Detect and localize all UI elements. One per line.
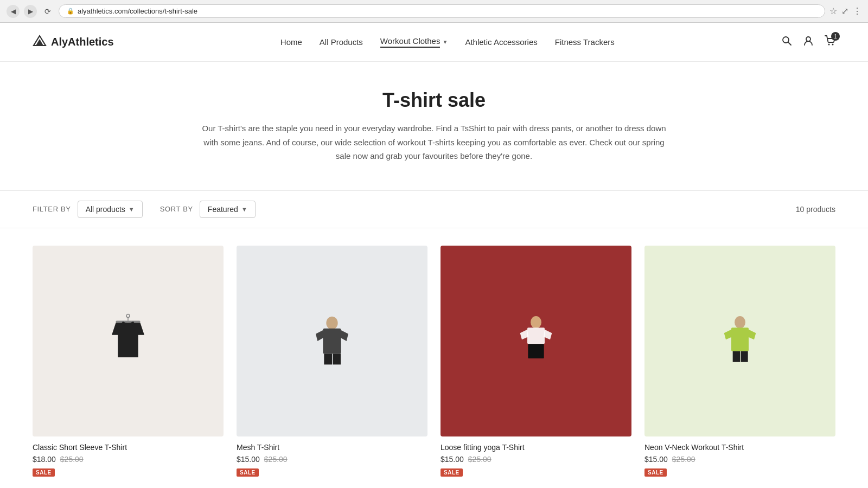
- url-text: alyathletics.com/collections/t-shirt-sal…: [78, 7, 197, 15]
- sort-dropdown[interactable]: Featured ▼: [200, 201, 256, 218]
- nav-athletic-accessories[interactable]: Athletic Accessories: [465, 37, 537, 47]
- forward-button[interactable]: ▶: [24, 5, 37, 18]
- product-prices: $15.00 $25.00: [237, 455, 427, 464]
- product-image-placeholder: [441, 246, 631, 436]
- product-image: [33, 246, 224, 436]
- product-image-placeholder: [644, 246, 835, 436]
- main-nav: Home All Products Workout Clothes ▼ Athl…: [280, 36, 615, 48]
- product-card[interactable]: Loose fitting yoga T-Shirt $15.00 $25.00…: [441, 246, 631, 477]
- product-name: Loose fitting yoga T-Shirt: [441, 443, 631, 452]
- product-image: [441, 246, 631, 436]
- site-header: AlyAthletics Home All Products Workout C…: [0, 23, 868, 62]
- svg-point-5: [828, 44, 830, 46]
- svg-rect-7: [116, 320, 141, 323]
- price-sale: $15.00: [237, 455, 260, 464]
- price-sale: $15.00: [441, 455, 464, 464]
- sort-by-label: SORT BY: [160, 205, 193, 213]
- lock-icon: 🔒: [67, 8, 74, 15]
- product-grid: Classic Short Sleeve T-Shirt $18.00 $25.…: [0, 228, 868, 489]
- price-sale: $15.00: [644, 455, 668, 464]
- svg-rect-18: [731, 328, 749, 351]
- user-icon[interactable]: [803, 35, 814, 49]
- filter-value: All products: [86, 205, 125, 214]
- cart-badge: 1: [831, 32, 840, 41]
- svg-rect-16: [528, 344, 544, 358]
- filter-left: FILTER BY All products ▼ SORT BY Feature…: [33, 201, 256, 218]
- star-icon[interactable]: ☆: [829, 6, 837, 16]
- nav-workout-clothes[interactable]: Workout Clothes ▼: [380, 36, 448, 48]
- sale-badge: SALE: [644, 468, 667, 477]
- reload-button[interactable]: ⟳: [41, 5, 54, 18]
- logo[interactable]: AlyAthletics: [33, 35, 114, 50]
- price-original: $25.00: [468, 455, 492, 464]
- filter-by-label: FILTER BY: [33, 205, 71, 213]
- product-image: [644, 246, 835, 436]
- filter-dropdown[interactable]: All products ▼: [78, 201, 143, 218]
- nav-home[interactable]: Home: [280, 37, 302, 47]
- browser-actions: ☆ ⤢ ⋮: [829, 6, 861, 16]
- filter-dropdown-arrow: ▼: [129, 206, 135, 213]
- product-image-placeholder: [33, 246, 224, 436]
- product-image-placeholder: [237, 246, 427, 436]
- cart-icon[interactable]: 1: [825, 35, 835, 49]
- product-card[interactable]: Mesh T-Shirt $15.00 $25.00 SALE: [237, 246, 427, 477]
- product-name: Mesh T-Shirt: [237, 443, 427, 452]
- svg-rect-11: [323, 328, 341, 354]
- menu-icon[interactable]: ⋮: [853, 6, 861, 16]
- product-name: Classic Short Sleeve T-Shirt: [33, 443, 224, 452]
- product-prices: $18.00 $25.00: [33, 455, 224, 464]
- svg-point-2: [783, 37, 789, 43]
- nav-fitness-trackers[interactable]: Fitness Trackers: [555, 37, 615, 47]
- search-icon[interactable]: [781, 35, 792, 49]
- page-hero: T-shirt sale Our T-shirt's are the stapl…: [190, 62, 678, 179]
- filter-bar: FILTER BY All products ▼ SORT BY Feature…: [0, 190, 868, 228]
- product-prices: $15.00 $25.00: [441, 455, 631, 464]
- nav-workout-clothes-link[interactable]: Workout Clothes: [380, 36, 441, 48]
- price-original: $25.00: [672, 455, 695, 464]
- logo-text: AlyAthletics: [51, 36, 114, 48]
- product-card[interactable]: Neon V-Neck Workout T-Shirt $15.00 $25.0…: [644, 246, 835, 477]
- browser-chrome: ◀ ▶ ⟳ 🔒 alyathletics.com/collections/t-s…: [0, 0, 868, 23]
- logo-icon: [33, 35, 47, 50]
- svg-rect-13: [333, 354, 341, 364]
- back-button[interactable]: ◀: [7, 5, 20, 18]
- address-bar[interactable]: 🔒 alyathletics.com/collections/t-shirt-s…: [59, 4, 825, 18]
- svg-rect-19: [733, 351, 740, 362]
- nav-all-products[interactable]: All Products: [320, 37, 363, 47]
- page-description: Our T-shirt's are the staple you need in…: [201, 121, 667, 163]
- price-original: $25.00: [264, 455, 288, 464]
- price-sale: $18.00: [33, 455, 56, 464]
- svg-rect-12: [324, 354, 332, 364]
- svg-point-17: [735, 316, 745, 329]
- page-title: T-shirt sale: [201, 89, 667, 112]
- sale-badge: SALE: [33, 468, 55, 477]
- svg-point-14: [531, 316, 541, 329]
- header-icons: 1: [781, 35, 835, 49]
- svg-rect-20: [741, 351, 748, 362]
- sort-value: Featured: [208, 205, 238, 214]
- workout-dropdown-arrow: ▼: [442, 39, 448, 45]
- product-name: Neon V-Neck Workout T-Shirt: [644, 443, 835, 452]
- price-original: $25.00: [60, 455, 84, 464]
- product-count: 10 products: [796, 205, 835, 214]
- svg-rect-15: [527, 328, 545, 344]
- product-prices: $15.00 $25.00: [644, 455, 835, 464]
- product-image: [237, 246, 427, 436]
- svg-point-6: [832, 44, 834, 46]
- sort-dropdown-arrow: ▼: [241, 206, 247, 213]
- sale-badge: SALE: [237, 468, 259, 477]
- svg-point-10: [326, 316, 337, 329]
- svg-line-3: [788, 42, 791, 45]
- extend-icon[interactable]: ⤢: [841, 6, 848, 16]
- product-card[interactable]: Classic Short Sleeve T-Shirt $18.00 $25.…: [33, 246, 224, 477]
- sale-badge: SALE: [441, 468, 463, 477]
- svg-point-4: [806, 37, 810, 41]
